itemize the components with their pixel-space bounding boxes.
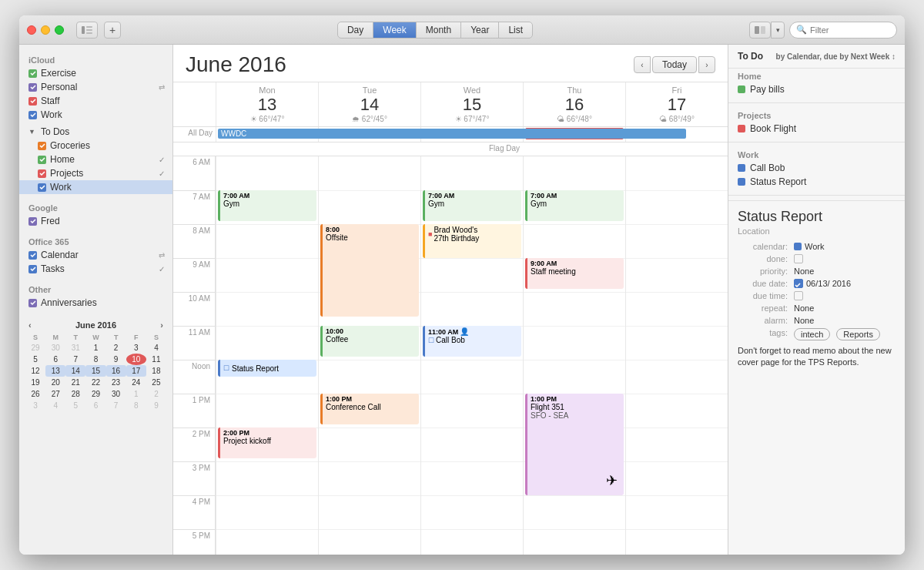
- mon-slot-3pm[interactable]: [216, 461, 318, 495]
- mini-cal-day[interactable]: 1: [126, 388, 146, 400]
- thu-slot-10am[interactable]: [524, 292, 625, 326]
- mini-cal-prev-button[interactable]: ‹: [25, 320, 35, 330]
- tasks-o365-checkbox[interactable]: [28, 265, 37, 273]
- wed-slot-1pm[interactable]: [421, 394, 523, 428]
- sidebar-item-personal[interactable]: Personal ⇄: [19, 80, 172, 94]
- staff-checkbox[interactable]: [28, 97, 37, 106]
- calendar-today-button[interactable]: Today: [652, 56, 697, 73]
- mini-cal-day[interactable]: 7: [65, 354, 85, 365]
- week-view-button[interactable]: Week: [373, 22, 416, 38]
- mini-cal-day[interactable]: 13: [45, 365, 65, 377]
- mon-slot-1pm[interactable]: [216, 394, 318, 428]
- wed-birthday-event[interactable]: ■ Brad Wood's27th Birthday: [423, 224, 521, 258]
- calendar-next-button[interactable]: ›: [698, 56, 715, 73]
- mini-cal-day[interactable]: 2: [106, 342, 126, 354]
- tue-slot-4pm[interactable]: [319, 495, 420, 529]
- mini-cal-day[interactable]: 4: [146, 342, 166, 354]
- close-button[interactable]: [27, 25, 36, 35]
- mon-status-report-event[interactable]: ☐ Status Report: [218, 360, 316, 377]
- mini-cal-day[interactable]: 31: [65, 342, 85, 354]
- fri-slot-3pm[interactable]: [626, 461, 728, 495]
- wed-call-bob-event[interactable]: 11:00 AM 👤 ☐Call Bob: [423, 326, 521, 357]
- thu-gym-event[interactable]: 7:00 AM Gym: [525, 190, 624, 221]
- mon-slot-4pm[interactable]: [216, 495, 318, 529]
- mini-cal-day[interactable]: 4: [45, 400, 65, 411]
- fri-slot-11am[interactable]: [626, 326, 728, 360]
- mini-cal-day[interactable]: 29: [25, 342, 45, 354]
- todo-sort-button[interactable]: by Calendar, due by Next Week ↕: [776, 52, 896, 61]
- tue-slot-7am[interactable]: [319, 190, 420, 224]
- wed-slot-4pm[interactable]: [421, 495, 523, 529]
- thu-slot-5pm[interactable]: [524, 529, 625, 555]
- work-todo-checkbox[interactable]: [38, 183, 46, 192]
- sidebar-item-groceries[interactable]: Groceries: [19, 139, 172, 153]
- split-view-button[interactable]: [749, 22, 771, 39]
- fri-slot-5pm[interactable]: [626, 529, 728, 555]
- exercise-checkbox[interactable]: [28, 69, 37, 78]
- fri-slot-2pm[interactable]: [626, 428, 728, 461]
- thu-flight-event[interactable]: 1:00 PM Flight 351 SFO - SEA ✈: [525, 394, 624, 495]
- wed-slot-10am[interactable]: [421, 292, 523, 326]
- detail-done-value[interactable]: [794, 254, 803, 263]
- filter-box[interactable]: 🔍: [789, 22, 897, 39]
- add-event-button[interactable]: +: [104, 22, 121, 39]
- home-checkbox[interactable]: [38, 156, 46, 164]
- year-view-button[interactable]: Year: [461, 22, 499, 38]
- mon-project-kickoff-event[interactable]: 2:00 PM Project kickoff: [218, 428, 316, 458]
- thu-slot-4pm[interactable]: [524, 495, 625, 529]
- todos-disclosure[interactable]: ▼ To Dos: [19, 125, 172, 139]
- mini-cal-day[interactable]: 3: [126, 342, 146, 354]
- projects-checkbox[interactable]: [38, 169, 46, 178]
- mon-slot-5pm[interactable]: [216, 529, 318, 555]
- mini-cal-day[interactable]: 26: [25, 388, 45, 400]
- mon-gym-event[interactable]: 7:00 AM Gym: [218, 190, 316, 221]
- list-view-button[interactable]: List: [499, 22, 532, 38]
- thu-slot-8am[interactable]: [524, 224, 625, 258]
- mini-cal-day[interactable]: 22: [85, 377, 105, 388]
- sidebar-item-calendar-o365[interactable]: Calendar ⇄: [19, 248, 172, 262]
- mini-cal-day[interactable]: 16: [106, 365, 126, 377]
- day-view-button[interactable]: Day: [338, 22, 373, 38]
- mini-cal-day[interactable]: 6: [45, 354, 65, 365]
- mini-cal-day[interactable]: 5: [65, 400, 85, 411]
- wed-slot-5pm[interactable]: [421, 529, 523, 555]
- fri-slot-4pm[interactable]: [626, 495, 728, 529]
- mini-cal-day[interactable]: 28: [65, 388, 85, 400]
- mini-cal-day[interactable]: 18: [146, 365, 166, 377]
- sidebar-item-exercise[interactable]: Exercise: [19, 66, 172, 80]
- wed-slot-noon[interactable]: [421, 360, 523, 394]
- sidebar-item-tasks-o365[interactable]: Tasks ✓: [19, 262, 172, 276]
- mini-cal-day[interactable]: 15: [85, 365, 105, 377]
- mini-cal-day[interactable]: 5: [25, 354, 45, 365]
- mini-cal-day[interactable]: 8: [126, 400, 146, 411]
- work-icloud-checkbox[interactable]: [28, 111, 37, 119]
- mini-cal-day[interactable]: 14: [65, 365, 85, 377]
- mini-cal-day[interactable]: 19: [25, 377, 45, 388]
- mini-cal-day[interactable]: 9: [146, 400, 166, 411]
- wed-slot-2pm[interactable]: [421, 428, 523, 461]
- mini-cal-day[interactable]: 11: [146, 354, 166, 365]
- mini-cal-day[interactable]: 25: [146, 377, 166, 388]
- mon-slot-8am[interactable]: [216, 224, 318, 258]
- sidebar-item-work-icloud[interactable]: Work: [19, 108, 172, 122]
- mini-cal-day[interactable]: 30: [45, 342, 65, 354]
- due-time-checkbox[interactable]: [794, 291, 803, 300]
- fri-slot-10am[interactable]: [626, 292, 728, 326]
- tue-slot-6am[interactable]: [319, 156, 420, 190]
- sidebar-item-fred[interactable]: Fred: [19, 214, 172, 228]
- thu-slot-noon[interactable]: [524, 360, 625, 394]
- sidebar-item-work-todo[interactable]: Work: [19, 180, 172, 194]
- mini-cal-day[interactable]: 1: [85, 342, 105, 354]
- sidebar-item-staff[interactable]: Staff: [19, 94, 172, 108]
- wed-gym-event[interactable]: 7:00 AM Gym: [423, 190, 521, 221]
- due-date-checkbox[interactable]: [794, 279, 803, 288]
- fri-slot-6am[interactable]: [626, 156, 728, 190]
- mini-cal-day[interactable]: 21: [65, 377, 85, 388]
- mini-cal-day[interactable]: 2: [146, 388, 166, 400]
- mini-cal-day[interactable]: 24: [126, 377, 146, 388]
- tue-conference-call-event[interactable]: 1:00 PM Conference Call: [320, 394, 419, 424]
- mini-cal-day[interactable]: 3: [25, 400, 45, 411]
- mini-cal-day[interactable]: 20: [45, 377, 65, 388]
- thu-staff-meeting-event[interactable]: 9:00 AM Staff meeting: [525, 258, 624, 289]
- mon-slot-11am[interactable]: [216, 326, 318, 360]
